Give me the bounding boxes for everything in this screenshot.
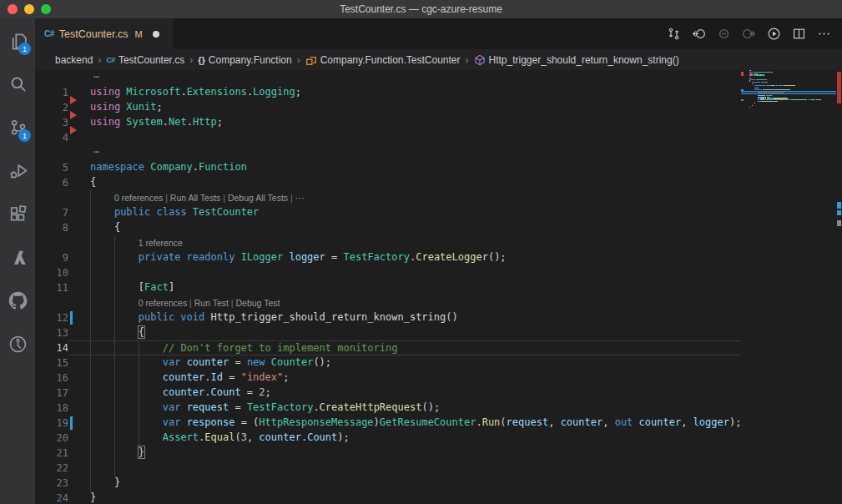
line-number[interactable]: 20: [35, 431, 68, 446]
codelens-link[interactable]: 1 reference: [139, 238, 183, 248]
line-number[interactable]: [35, 145, 68, 160]
overview-ruler[interactable]: [836, 70, 842, 504]
gutter-decorations[interactable]: [68, 476, 90, 491]
gutter-decorations[interactable]: [68, 401, 90, 416]
gutter-decorations[interactable]: [68, 461, 90, 476]
breadcrumb-item-namespace[interactable]: {}Company.Function: [198, 54, 291, 66]
gutter-decorations[interactable]: [68, 235, 90, 250]
gutter-decorations[interactable]: [68, 386, 90, 401]
code-content[interactable]: {: [90, 220, 741, 235]
code-content[interactable]: public void Http_trigger_should_return_k…: [90, 310, 741, 325]
breadcrumb-item-folder[interactable]: backend: [55, 54, 93, 66]
code-content[interactable]: [90, 265, 741, 280]
line-number[interactable]: [35, 70, 68, 85]
line-number[interactable]: 10: [35, 265, 68, 280]
codelens-link[interactable]: Run All Tests: [170, 193, 221, 203]
gutter-decorations[interactable]: [68, 70, 90, 85]
activity-explorer[interactable]: 1: [0, 18, 35, 62]
gutter-decorations[interactable]: [68, 295, 90, 310]
activity-search[interactable]: [0, 62, 35, 105]
codelens-link[interactable]: 0 references: [139, 298, 187, 308]
gutter-decorations[interactable]: [68, 145, 90, 160]
activity-source-control[interactable]: 1: [0, 105, 35, 149]
line-number[interactable]: [35, 190, 68, 205]
line-number[interactable]: 16: [35, 370, 68, 386]
line-number[interactable]: 7: [35, 205, 68, 220]
code-area[interactable]: ⋯1using Microsoft.Extensions.Logging;2us…: [35, 70, 741, 504]
modified-line-icon[interactable]: [70, 311, 73, 325]
line-number[interactable]: 24: [35, 491, 68, 504]
code-content[interactable]: namespace Company.Function: [90, 160, 741, 175]
code-content[interactable]: {: [90, 325, 741, 340]
previous-change-icon[interactable]: [690, 26, 707, 43]
gutter-decorations[interactable]: [68, 250, 90, 265]
breadcrumb-item-class[interactable]: Company.Function.TestCounter: [305, 54, 461, 66]
line-number[interactable]: 5: [35, 160, 68, 175]
split-editor-icon[interactable]: [790, 26, 807, 43]
gutter-decorations[interactable]: [68, 190, 90, 205]
codelens-link[interactable]: 0 references: [114, 193, 163, 203]
gutter-decorations[interactable]: [68, 341, 90, 355]
code-content[interactable]: // Don't forget to implement monitoring: [90, 341, 741, 355]
line-number[interactable]: 3: [35, 115, 68, 130]
code-content[interactable]: [Fact]: [90, 280, 741, 295]
line-number[interactable]: 2: [35, 100, 68, 115]
code-content[interactable]: var request = TestFactory.CreateHttpRequ…: [90, 401, 741, 416]
deleted-lines-icon[interactable]: [70, 126, 77, 134]
activity-extensions[interactable]: [0, 192, 35, 235]
line-number[interactable]: [35, 295, 68, 310]
activity-source-graph[interactable]: [0, 322, 35, 365]
line-number[interactable]: [35, 235, 68, 250]
gutter-decorations[interactable]: [68, 446, 90, 461]
gutter-decorations[interactable]: [68, 85, 90, 100]
line-number[interactable]: 6: [35, 175, 68, 190]
gutter-decorations[interactable]: [68, 355, 90, 370]
folded-code-icon[interactable]: ⋯: [93, 71, 99, 83]
line-number[interactable]: 4: [35, 130, 68, 145]
line-number[interactable]: 15: [35, 355, 68, 370]
gutter-decorations[interactable]: [68, 175, 90, 190]
codelens-link[interactable]: Run Test: [194, 298, 229, 308]
breadcrumb-item-method[interactable]: Http_trigger_should_return_known_string(…: [474, 54, 679, 66]
gutter-decorations[interactable]: [68, 205, 90, 220]
revert-change-icon[interactable]: [715, 26, 732, 43]
codelens-link[interactable]: Debug Test: [236, 298, 280, 308]
open-changes-icon[interactable]: [665, 26, 682, 43]
folded-code-icon[interactable]: ⋯: [93, 146, 99, 158]
gutter-decorations[interactable]: [68, 325, 90, 340]
gutter-decorations[interactable]: [68, 416, 90, 431]
code-content[interactable]: private readonly ILogger logger = TestFa…: [90, 250, 741, 265]
code-content[interactable]: {: [90, 175, 741, 190]
activity-github[interactable]: [0, 279, 35, 322]
code-content[interactable]: counter.Count = 2;: [90, 386, 741, 401]
deleted-lines-icon[interactable]: [70, 111, 77, 119]
line-number[interactable]: 23: [35, 476, 68, 491]
line-number[interactable]: 22: [35, 461, 68, 476]
gutter-decorations[interactable]: [68, 491, 90, 504]
dirty-indicator-icon[interactable]: [153, 31, 159, 38]
gutter-decorations[interactable]: [68, 370, 90, 386]
code-content[interactable]: var counter = new Counter();: [90, 355, 741, 370]
line-number[interactable]: 14: [35, 340, 68, 355]
gutter-decorations[interactable]: [68, 160, 90, 175]
line-number[interactable]: 19: [35, 416, 68, 431]
activity-run-debug[interactable]: [0, 149, 35, 192]
code-content[interactable]: using Xunit;: [90, 100, 741, 115]
gutter-decorations[interactable]: [68, 431, 90, 446]
code-content[interactable]: }: [90, 476, 741, 491]
modified-line-icon[interactable]: [70, 416, 73, 430]
code-content[interactable]: ⋯: [90, 70, 741, 85]
code-content[interactable]: Assert.Equal(3, counter.Count);: [90, 431, 741, 446]
code-content[interactable]: [90, 461, 741, 476]
minimap[interactable]: [741, 70, 836, 504]
code-content[interactable]: }: [90, 491, 741, 504]
gutter-decorations[interactable]: [68, 265, 90, 280]
tab-testcounter[interactable]: C# TestCounter.cs M: [35, 18, 174, 49]
gutter-decorations[interactable]: [68, 280, 90, 295]
code-content[interactable]: var response = (HttpResponseMessage)GetR…: [90, 416, 741, 431]
codelens-link[interactable]: ⋯: [295, 193, 305, 203]
run-tests-icon[interactable]: [765, 26, 782, 43]
code-content[interactable]: counter.Id = "index";: [90, 370, 741, 386]
line-number[interactable]: 21: [35, 446, 68, 461]
code-content[interactable]: }: [90, 446, 741, 461]
